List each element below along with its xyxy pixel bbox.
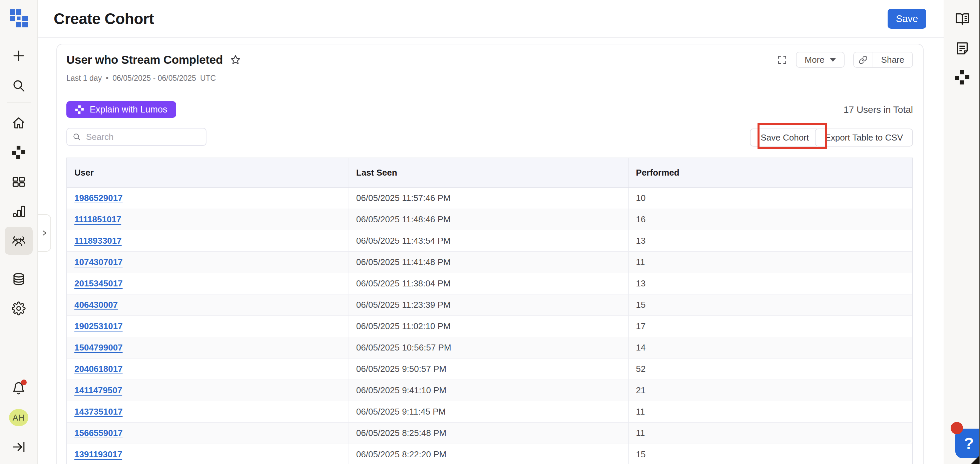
- user-id-link[interactable]: 1986529017: [75, 193, 123, 203]
- last-seen-cell: 06/05/2025 11:41:48 PM: [348, 252, 628, 273]
- chevron-right-icon: [40, 229, 48, 237]
- table-header-row: User Last Seen Performed: [67, 158, 912, 188]
- performed-cell: 52: [628, 359, 912, 379]
- performed-cell: 15: [628, 444, 912, 464]
- last-seen-cell: 06/05/2025 8:25:48 PM: [348, 423, 628, 444]
- user-cell: 1986529017: [67, 188, 348, 209]
- page-title: Create Cohort: [54, 10, 154, 28]
- new-create-button[interactable]: [5, 42, 33, 70]
- performed-cell: 14: [628, 337, 912, 358]
- performed-cell: 13: [628, 273, 912, 294]
- user-id-link[interactable]: 1504799007: [75, 343, 123, 353]
- export-csv-button[interactable]: Export Table to CSV: [815, 129, 913, 147]
- squares-cluster-icon: [955, 70, 970, 85]
- save-button[interactable]: Save: [888, 9, 926, 29]
- explain-with-lumos-button[interactable]: Explain with Lumos: [66, 101, 176, 118]
- user-cell: 2040618017: [67, 359, 348, 379]
- fullscreen-button[interactable]: [777, 55, 787, 65]
- users-total-label: 17 Users in Total: [843, 104, 913, 115]
- expand-panel-button[interactable]: [38, 214, 51, 252]
- performed-cell: 10: [628, 188, 912, 209]
- fullscreen-expand-icon: [777, 55, 787, 65]
- notes-button[interactable]: [955, 41, 970, 56]
- user-id-link[interactable]: 1411479507: [75, 385, 122, 395]
- copy-link-button[interactable]: [854, 53, 873, 67]
- user-cell: 1118933017: [67, 230, 348, 251]
- table-row: 1411479507 06/05/2025 9:41:10 PM 21: [67, 380, 912, 401]
- dashboards-nav-button[interactable]: [5, 168, 33, 196]
- last-seen-cell: 06/05/2025 10:56:57 PM: [348, 337, 628, 358]
- table-row: 2015345017 06/05/2025 11:38:04 PM 13: [67, 273, 912, 294]
- period-label: Last 1 day: [66, 74, 102, 83]
- app-logo-icon[interactable]: [10, 10, 28, 27]
- date-range: 06/05/2025 - 06/05/2025: [112, 74, 196, 83]
- avatar[interactable]: AH: [9, 409, 29, 426]
- user-cell: 406430007: [67, 294, 348, 316]
- bar-chart-icon: [12, 204, 26, 218]
- docs-button[interactable]: [955, 11, 970, 27]
- table-row: 1566559017 06/05/2025 8:25:48 PM 11: [67, 423, 912, 444]
- last-seen-cell: 06/05/2025 9:50:57 PM: [348, 359, 628, 379]
- user-id-link[interactable]: 1118933017: [75, 236, 122, 246]
- collapse-sidebar-button[interactable]: [5, 433, 33, 461]
- exit-arrow-icon: [12, 440, 26, 454]
- search-nav-button[interactable]: [5, 72, 33, 100]
- user-id-link[interactable]: 406430007: [75, 300, 118, 310]
- favorite-star-button[interactable]: [230, 54, 241, 65]
- data-nav-button[interactable]: [5, 265, 33, 293]
- settings-nav-button[interactable]: [5, 294, 33, 322]
- share-button[interactable]: Share: [873, 53, 912, 67]
- user-id-link[interactable]: 1111851017: [75, 214, 121, 225]
- lumos-squares-icon: [75, 105, 84, 114]
- user-id-link[interactable]: 1566559017: [75, 428, 123, 438]
- search-input[interactable]: [85, 132, 200, 142]
- table-row: 1391193017 06/05/2025 8:22:20 PM 15: [67, 444, 912, 464]
- table-row: 1986529017 06/05/2025 11:57:46 PM 10: [67, 188, 912, 209]
- cursor: [971, 456, 979, 464]
- column-header-user: User: [67, 158, 348, 187]
- notifications-button[interactable]: [5, 374, 33, 402]
- cohort-title: User who Stream Completed: [66, 53, 223, 67]
- last-seen-cell: 06/05/2025 11:38:04 PM: [348, 273, 628, 294]
- table-row: 2040618017 06/05/2025 9:50:57 PM 52: [67, 359, 912, 380]
- table-row: 1111851017 06/05/2025 11:48:46 PM 16: [67, 209, 912, 230]
- last-seen-cell: 06/05/2025 11:43:54 PM: [348, 230, 628, 251]
- plus-icon: [12, 49, 26, 63]
- user-cell: 1411479507: [67, 380, 348, 401]
- user-id-link[interactable]: 1902531017: [75, 321, 123, 332]
- last-seen-cell: 06/05/2025 11:23:39 PM: [348, 294, 628, 316]
- timezone-label: UTC: [200, 74, 216, 83]
- table-body: 1986529017 06/05/2025 11:57:46 PM 10 111…: [67, 188, 912, 464]
- lumos-panel-button[interactable]: [955, 70, 970, 85]
- dot-separator: •: [106, 74, 108, 83]
- caret-down-icon: [830, 58, 836, 62]
- more-button[interactable]: More: [796, 52, 844, 68]
- user-id-link[interactable]: 2015345017: [75, 278, 123, 289]
- open-book-icon: [955, 11, 970, 27]
- performed-cell: 13: [628, 230, 912, 251]
- lumos-nav-button[interactable]: [5, 139, 33, 167]
- table-row: 406430007 06/05/2025 11:23:39 PM 15: [67, 294, 912, 316]
- charts-nav-button[interactable]: [5, 197, 33, 225]
- home-nav-button[interactable]: [5, 109, 33, 137]
- home-icon: [12, 116, 26, 130]
- user-id-link[interactable]: 1074307017: [75, 257, 123, 267]
- link-icon: [859, 56, 868, 64]
- magnifier-icon: [72, 132, 81, 141]
- star-icon: [230, 54, 241, 65]
- help-notification-dot-icon: [951, 422, 963, 434]
- user-cell: 1902531017: [67, 316, 348, 337]
- user-id-link[interactable]: 1437351017: [75, 407, 123, 417]
- save-cohort-button[interactable]: Save Cohort: [750, 129, 819, 147]
- user-cell: 1504799007: [67, 337, 348, 358]
- table-row: 1437351017 06/05/2025 9:11:45 PM 11: [67, 401, 912, 423]
- top-bar: Create Cohort Save: [38, 0, 943, 38]
- user-id-link[interactable]: 2040618017: [75, 364, 123, 374]
- lumos-label: Explain with Lumos: [90, 104, 167, 115]
- gear-icon: [12, 301, 26, 316]
- database-icon: [12, 272, 26, 286]
- users-cohorts-nav-button[interactable]: [5, 226, 33, 255]
- dashboard-grid-icon: [12, 175, 26, 189]
- user-id-link[interactable]: 1391193017: [75, 449, 122, 460]
- right-sidebar: [943, 0, 980, 464]
